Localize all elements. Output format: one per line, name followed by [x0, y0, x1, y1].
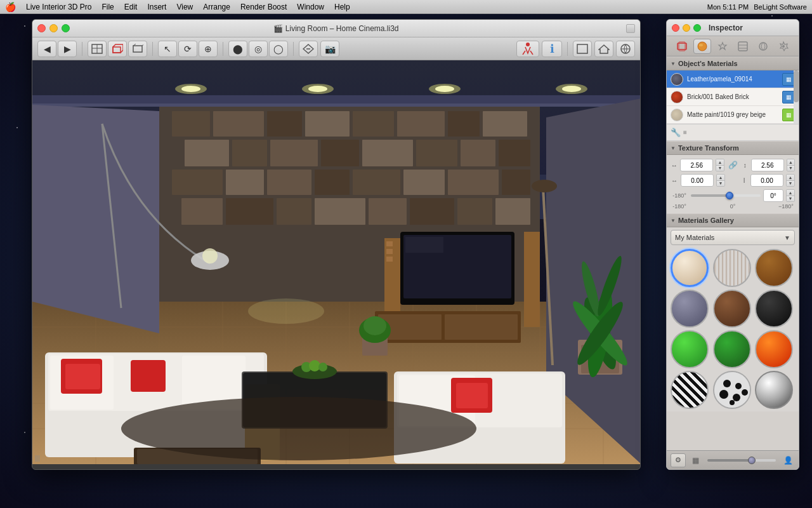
v-offset-input[interactable] [750, 174, 783, 187]
gallery-dropdown[interactable]: My Materials ▼ [671, 230, 795, 245]
close-button[interactable] [37, 24, 46, 32]
main-window: 🎬 Living Room – Home Cinema.li3d ◀ ▶ ↖ ⟳… [32, 19, 641, 470]
h-scale-stepper[interactable]: ▲ ▼ [716, 159, 724, 171]
mat-ball-brown[interactable] [713, 290, 751, 328]
info-button[interactable]: ℹ [542, 41, 562, 57]
v-scale-input[interactable] [751, 159, 784, 171]
mat-ball-wood2[interactable] [755, 249, 793, 287]
scrollbar-thumb [794, 70, 799, 102]
h-scale-input[interactable] [680, 159, 713, 171]
menu-file[interactable]: File [102, 3, 114, 11]
mat-ball-green-med[interactable] [713, 330, 751, 368]
tab-object[interactable] [673, 39, 691, 54]
menu-window[interactable]: Window [297, 3, 324, 11]
fullscreen-button[interactable] [573, 41, 592, 57]
move-tool-button[interactable]: ⊕ [199, 41, 218, 57]
angle-down[interactable]: ▼ [787, 196, 794, 202]
v-offset-up[interactable]: ▲ [787, 175, 794, 181]
v-scale-down[interactable]: ▼ [787, 166, 794, 171]
perspective-button[interactable] [616, 41, 635, 57]
mat-ball-chrome[interactable] [755, 371, 793, 409]
camera-button[interactable]: 📷 [320, 41, 339, 57]
mat-ball-dark[interactable] [755, 290, 793, 328]
svg-rect-86 [386, 257, 393, 262]
back-button[interactable]: ◀ [37, 41, 56, 57]
wireframe-button[interactable] [128, 41, 147, 57]
mat-ball-cream[interactable] [671, 249, 709, 287]
v-scale-stepper[interactable]: ▲ ▼ [787, 159, 795, 171]
material-icon-leather[interactable]: ▦ [782, 73, 795, 86]
angle-input[interactable] [763, 189, 783, 202]
h-offset-up[interactable]: ▲ [717, 175, 724, 181]
mat-ball-fire[interactable] [755, 330, 793, 368]
size-slider[interactable] [707, 456, 776, 465]
add-material-button[interactable]: ⚙ [671, 453, 686, 467]
tab-render[interactable] [754, 39, 772, 54]
menubar-time: Mon 5:11 PM [707, 3, 749, 11]
list-icon[interactable]: ≡ [683, 129, 687, 136]
h-offset-down[interactable]: ▼ [717, 181, 724, 187]
h-offset-stepper[interactable]: ▲ ▼ [716, 174, 725, 187]
size-slider-thumb[interactable] [748, 457, 756, 464]
v-offset-stepper[interactable]: ▲ ▼ [786, 174, 795, 187]
svg-rect-121 [456, 383, 488, 408]
eyedropper-icon[interactable]: 🔧 [671, 128, 681, 137]
materials-scrollbar[interactable] [794, 70, 799, 124]
menu-edit[interactable]: Edit [124, 3, 138, 11]
ring-button[interactable]: ◎ [249, 41, 268, 57]
tab-texture[interactable] [734, 39, 752, 54]
menu-arrange[interactable]: Arrange [203, 3, 230, 11]
menu-render[interactable]: Render Boost [240, 3, 287, 11]
material-item-leather[interactable]: Leather/pamela_09014 ▦ [667, 70, 799, 88]
3d-view-button[interactable] [108, 41, 127, 57]
menu-help[interactable]: Help [334, 3, 350, 11]
angle-stepper[interactable]: ▲ ▼ [786, 189, 795, 202]
torus-button[interactable]: ◯ [269, 41, 288, 57]
mat-ball-zebra[interactable] [671, 371, 709, 409]
material-icon-matte[interactable]: ▦ [782, 109, 795, 121]
svg-rect-26 [448, 111, 480, 137]
v-scale-up[interactable]: ▲ [787, 159, 794, 166]
material-icon-brick[interactable]: ▦ [782, 91, 795, 104]
tab-settings[interactable] [775, 39, 792, 54]
home-view-button[interactable] [594, 41, 613, 57]
sphere-button[interactable]: ⬤ [228, 41, 247, 57]
floor-plan-button[interactable] [88, 41, 107, 57]
person-icon[interactable]: 👤 [781, 453, 795, 467]
forward-button[interactable]: ▶ [58, 41, 77, 57]
select-tool-button[interactable]: ↖ [158, 41, 177, 57]
menu-app[interactable]: Live Interior 3D Pro [26, 3, 91, 11]
h-scale-up[interactable]: ▲ [716, 159, 723, 166]
measure-tool-button[interactable] [299, 41, 318, 57]
material-item-brick[interactable]: Brick/001 Baked Brick ▦ [667, 88, 799, 106]
walk-button[interactable] [516, 41, 539, 57]
section-arrow-materials: ▼ [671, 61, 676, 67]
inspector-minimize-button[interactable] [683, 24, 690, 32]
viewport-3d[interactable]: ||| [32, 60, 641, 464]
window-resize-handle[interactable] [626, 24, 635, 33]
svg-rect-22 [267, 111, 302, 137]
maximize-button[interactable] [62, 24, 70, 32]
rotation-slider[interactable] [691, 191, 761, 200]
material-item-matte[interactable]: Matte paint/1019 grey beige ▦ [667, 106, 799, 124]
mat-ball-marble[interactable] [671, 290, 709, 328]
h-offset-input[interactable] [681, 174, 714, 187]
orbit-tool-button[interactable]: ⟳ [178, 41, 197, 57]
slider-thumb[interactable] [726, 192, 733, 199]
tab-material[interactable] [693, 39, 711, 54]
menu-insert[interactable]: Insert [147, 3, 166, 11]
v-offset-down[interactable]: ▼ [787, 181, 794, 187]
mat-ball-spots[interactable] [713, 371, 751, 409]
minimize-button[interactable] [49, 24, 58, 32]
mat-ball-green-bright[interactable] [671, 330, 709, 368]
menu-view[interactable]: View [176, 3, 193, 11]
mat-ball-wood1[interactable] [713, 249, 751, 287]
apple-menu[interactable]: 🍎 [5, 2, 16, 12]
inspector-maximize-button[interactable] [693, 24, 701, 32]
h-scale-down[interactable]: ▼ [716, 166, 723, 171]
grid-view-icon[interactable]: ▦ [688, 453, 702, 467]
tab-light[interactable] [714, 39, 731, 54]
angle-up[interactable]: ▲ [787, 190, 794, 196]
inspector-close-button[interactable] [672, 24, 679, 32]
svg-point-59 [435, 86, 454, 92]
